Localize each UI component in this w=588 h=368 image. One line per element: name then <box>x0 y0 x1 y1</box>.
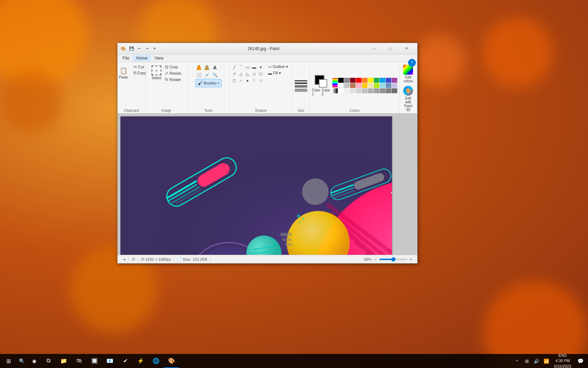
fill-pencil-button[interactable] <box>203 64 210 71</box>
tray-network-icon[interactable]: ⊞ <box>522 354 532 368</box>
triangle-shape[interactable]: △ <box>238 71 244 77</box>
gray-gradient[interactable] <box>332 88 338 93</box>
swatch-black[interactable] <box>338 78 344 83</box>
gray-5[interactable] <box>362 88 368 93</box>
minimize-button[interactable]: ─ <box>366 43 382 54</box>
menu-home[interactable]: Home <box>133 55 151 61</box>
rainbow-swatch[interactable] <box>332 78 338 88</box>
canvas-area[interactable] <box>118 114 417 255</box>
curve-shape[interactable]: ⌒ <box>238 64 244 70</box>
text-button[interactable]: A <box>211 64 218 71</box>
gray-1[interactable] <box>338 88 344 93</box>
check-button[interactable]: ✔ <box>118 354 133 368</box>
gray-4[interactable] <box>356 88 362 93</box>
paste-button[interactable]: 📋 Paste <box>115 66 132 81</box>
crop-button[interactable]: ⊡ Crop <box>163 64 183 70</box>
cut-button[interactable]: ✂ Cut <box>132 64 148 70</box>
size-line-3[interactable] <box>295 85 307 88</box>
swatch-cream[interactable] <box>368 83 373 88</box>
ellipse-shape[interactable]: ○ <box>238 77 244 84</box>
swatch-lavender[interactable] <box>392 83 397 88</box>
taskbar-btn-3[interactable]: 🔲 <box>87 354 102 368</box>
outline-button[interactable]: ▭ Outline ▾ <box>267 64 289 69</box>
close-button[interactable]: ✕ <box>398 43 414 54</box>
help-button[interactable]: ? <box>408 59 416 67</box>
size-line-4[interactable] <box>295 89 307 92</box>
gray-2[interactable] <box>344 88 350 93</box>
size-line-1[interactable] <box>295 80 307 81</box>
gray-7[interactable] <box>374 88 379 93</box>
rect-shape[interactable]: ▭ <box>244 64 251 70</box>
swatch-red[interactable] <box>356 78 362 83</box>
eraser-button[interactable]: ⬜ <box>195 72 202 78</box>
rect2-shape[interactable]: ▬ <box>251 64 257 70</box>
mail-button[interactable]: 📧 <box>102 354 118 368</box>
swatch-lime[interactable] <box>374 83 379 88</box>
color2-swatch[interactable] <box>319 79 327 88</box>
edit-colors-button[interactable]: Edit colors <box>402 64 415 84</box>
rtriangle-shape[interactable]: ◺ <box>244 71 251 77</box>
swatch-yellow[interactable] <box>368 78 373 83</box>
tray-volume-icon[interactable]: 🔊 <box>532 354 541 368</box>
swatch-skyblue[interactable] <box>380 83 385 88</box>
add-icon[interactable]: + <box>123 257 126 262</box>
size-line-2[interactable] <box>295 82 307 84</box>
tray-expand-button[interactable]: ^ <box>512 354 522 368</box>
diamond-shape[interactable]: ◇ <box>251 71 257 77</box>
gray-9[interactable] <box>386 88 391 93</box>
gray-10[interactable] <box>392 88 397 93</box>
paint-taskbar-button[interactable]: 🎨 <box>164 354 179 368</box>
store-button[interactable]: 🛍 <box>71 354 87 368</box>
gray-3[interactable] <box>350 88 356 93</box>
hexagon-shape[interactable]: ⬡ <box>231 77 237 84</box>
swatch-indigo[interactable] <box>386 78 391 83</box>
start-button[interactable]: ⊞ <box>1 354 15 368</box>
qat-save-button[interactable]: 💾 <box>128 45 135 52</box>
gray-6[interactable] <box>368 88 373 93</box>
swatch-green[interactable] <box>374 78 379 83</box>
pentagon-shape[interactable]: ⬠ <box>258 71 264 77</box>
edit-with-paint3d-button[interactable]: 🎨 Edit with Paint 3D <box>402 85 415 113</box>
magnifier-button[interactable]: 🔍 <box>211 72 218 78</box>
more-shapes[interactable]: ▾ <box>258 64 264 70</box>
zoom-in-button[interactable]: + <box>409 257 413 261</box>
select-button[interactable]: ⊹ Select <box>150 65 163 81</box>
swatch-steelblue[interactable] <box>386 83 391 88</box>
zoom-out-button[interactable]: ─ <box>373 257 378 261</box>
heart-shape[interactable]: ♡ <box>251 77 257 84</box>
swatch-lightgray[interactable] <box>344 83 350 88</box>
menu-view[interactable]: View <box>151 55 167 61</box>
search-button[interactable]: 🔍 <box>15 355 28 367</box>
color-picker-button[interactable]: 💉 <box>203 72 210 78</box>
swatch-pink[interactable] <box>356 83 362 88</box>
swatch-purple[interactable] <box>392 78 397 83</box>
power-button[interactable]: ⚡ <box>133 354 148 368</box>
swatch-gold[interactable] <box>362 83 368 88</box>
fill-button[interactable]: ▬ Fill ▾ <box>267 70 289 76</box>
globe-button[interactable]: 🌐 <box>148 354 164 368</box>
qat-more-button[interactable]: ▾ <box>151 45 158 52</box>
notification-button[interactable]: 💬 <box>574 354 587 368</box>
rotate-button[interactable]: ↻ Rotate <box>163 77 183 82</box>
maximize-button[interactable]: □ <box>382 43 398 54</box>
qat-undo-button[interactable]: ↩ <box>136 45 143 52</box>
qat-redo-button[interactable]: ↪ <box>144 45 150 52</box>
swatch-white[interactable] <box>338 83 344 88</box>
brushes-button[interactable]: 🖌 Brushes ▾ <box>195 79 222 87</box>
swatch-gray[interactable] <box>344 78 350 83</box>
menu-file[interactable]: File <box>119 55 133 61</box>
copy-button[interactable]: ⎘ Copy <box>132 70 148 76</box>
resize-handle-rm[interactable] <box>391 192 393 194</box>
zoom-thumb[interactable] <box>391 257 396 261</box>
swatch-brown[interactable] <box>350 83 356 88</box>
resize-button[interactable]: ⤢ Resize <box>163 70 183 76</box>
pencil-button[interactable] <box>195 64 202 71</box>
tray-wifi-icon[interactable]: 📶 <box>541 354 551 368</box>
swatch-darkred[interactable] <box>350 78 356 83</box>
arrow-shape[interactable]: ↗ <box>231 71 237 77</box>
circle-shape[interactable]: ● <box>244 77 251 84</box>
zoom-slider[interactable] <box>379 259 407 260</box>
gray-8[interactable] <box>380 88 385 93</box>
line-shape[interactable]: ╱ <box>231 64 237 70</box>
star-shape[interactable]: ☆ <box>258 77 264 84</box>
